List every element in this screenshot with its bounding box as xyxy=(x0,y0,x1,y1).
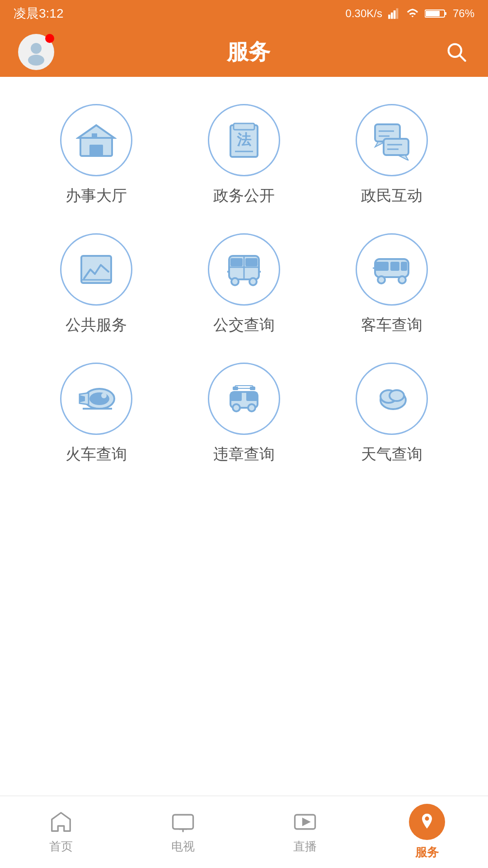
train-label: 火车查询 xyxy=(66,444,127,465)
service-grid: 办事大厅 法 政务公开 xyxy=(18,104,470,465)
svg-rect-54 xyxy=(230,392,242,401)
office-icon-circle xyxy=(60,104,132,176)
weather-icon-circle xyxy=(356,363,428,435)
svg-point-42 xyxy=(378,276,385,283)
interaction-icon xyxy=(371,120,412,160)
svg-marker-66 xyxy=(303,819,310,825)
battery-level: 76% xyxy=(453,7,474,20)
interaction-label: 政民互动 xyxy=(361,185,422,206)
svg-rect-39 xyxy=(375,262,389,271)
page-title: 服务 xyxy=(227,38,270,66)
live-nav-label: 直播 xyxy=(293,839,317,854)
svg-rect-40 xyxy=(390,262,399,271)
svg-point-50 xyxy=(101,393,107,398)
nav-item-tv[interactable]: 电视 xyxy=(122,810,244,854)
avatar-container[interactable] xyxy=(18,34,54,70)
service-item-violation[interactable]: 违章查询 xyxy=(175,363,314,465)
service-item-public[interactable]: 公共服务 xyxy=(27,233,166,335)
network-speed: 0.30K/s xyxy=(346,7,382,20)
public-icon xyxy=(76,249,117,290)
svg-text:法: 法 xyxy=(237,132,252,148)
status-bar: 凌晨3:12 0.30K/s 76% xyxy=(0,0,488,27)
government-label: 政务公开 xyxy=(213,185,275,206)
status-icons: 0.30K/s 76% xyxy=(346,7,474,20)
avatar-icon xyxy=(23,38,50,66)
svg-point-43 xyxy=(399,276,406,283)
svg-point-34 xyxy=(231,278,239,285)
coach-icon xyxy=(371,249,412,290)
train-icon xyxy=(76,378,117,419)
status-time: 凌晨3:12 xyxy=(14,5,64,22)
svg-rect-0 xyxy=(388,14,390,19)
service-nav-label: 服务 xyxy=(415,844,439,860)
battery-icon xyxy=(425,7,447,20)
service-section: 办事大厅 法 政务公开 xyxy=(0,77,488,483)
svg-rect-1 xyxy=(391,13,393,19)
svg-point-8 xyxy=(28,55,44,66)
svg-marker-22 xyxy=(399,155,408,160)
office-icon xyxy=(76,120,117,160)
wifi-icon xyxy=(406,7,419,20)
bottom-nav: 首页 电视 直播 服务 xyxy=(0,796,488,868)
svg-rect-21 xyxy=(384,139,408,155)
service-item-government[interactable]: 法 政务公开 xyxy=(175,104,314,206)
svg-point-53 xyxy=(248,404,255,411)
service-item-weather[interactable]: 天气查询 xyxy=(322,363,461,465)
bus-icon xyxy=(224,249,264,290)
svg-point-61 xyxy=(389,390,404,401)
service-item-bus[interactable]: 公交查询 xyxy=(175,233,314,335)
nav-item-home[interactable]: 首页 xyxy=(0,810,122,854)
svg-rect-6 xyxy=(445,12,446,15)
svg-line-10 xyxy=(460,56,465,61)
service-item-train[interactable]: 火车查询 xyxy=(27,363,166,465)
svg-rect-41 xyxy=(401,262,407,271)
public-icon-circle xyxy=(60,233,132,306)
service-active-circle xyxy=(409,804,445,840)
search-icon xyxy=(445,40,468,64)
svg-point-46 xyxy=(89,392,109,405)
government-icon: 法 xyxy=(224,120,264,160)
violation-icon xyxy=(224,378,264,419)
live-icon xyxy=(293,810,317,834)
violation-icon-circle xyxy=(208,363,280,435)
government-icon-circle: 法 xyxy=(208,104,280,176)
app-header: 服务 xyxy=(0,27,488,77)
nav-item-service[interactable]: 服务 xyxy=(366,804,488,860)
bus-icon-circle xyxy=(208,233,280,306)
interaction-icon-circle xyxy=(356,104,428,176)
notification-badge xyxy=(45,34,54,43)
nav-item-live[interactable]: 直播 xyxy=(244,810,366,854)
train-icon-circle xyxy=(60,363,132,435)
violation-label: 违章查询 xyxy=(213,444,275,465)
weather-icon xyxy=(371,378,412,419)
coach-icon-circle xyxy=(356,233,428,306)
svg-rect-5 xyxy=(426,11,440,16)
svg-rect-55 xyxy=(246,392,258,401)
service-item-coach[interactable]: 客车查询 xyxy=(322,233,461,335)
signal-icon xyxy=(388,7,400,20)
tv-nav-label: 电视 xyxy=(171,839,195,854)
weather-label: 天气查询 xyxy=(361,444,422,465)
svg-rect-32 xyxy=(230,258,243,266)
svg-rect-2 xyxy=(394,10,396,19)
tv-icon xyxy=(171,810,195,834)
home-icon xyxy=(49,810,73,834)
service-item-office[interactable]: 办事大厅 xyxy=(27,104,166,206)
public-label: 公共服务 xyxy=(66,315,127,335)
svg-rect-3 xyxy=(396,8,399,19)
bus-label: 公交查询 xyxy=(213,315,275,335)
service-item-interaction[interactable]: 政民互动 xyxy=(322,104,461,206)
svg-point-7 xyxy=(31,43,42,54)
search-button[interactable] xyxy=(443,38,470,66)
svg-rect-14 xyxy=(92,133,97,138)
svg-rect-16 xyxy=(234,123,254,130)
svg-point-52 xyxy=(233,404,240,411)
coach-label: 客车查询 xyxy=(361,315,422,335)
svg-rect-33 xyxy=(245,258,258,266)
svg-rect-13 xyxy=(89,145,103,156)
main-content: 办事大厅 法 政务公开 xyxy=(0,77,488,796)
home-nav-label: 首页 xyxy=(49,839,73,854)
svg-point-35 xyxy=(249,278,257,285)
svg-rect-62 xyxy=(173,815,193,829)
service-nav-icon xyxy=(417,812,437,832)
